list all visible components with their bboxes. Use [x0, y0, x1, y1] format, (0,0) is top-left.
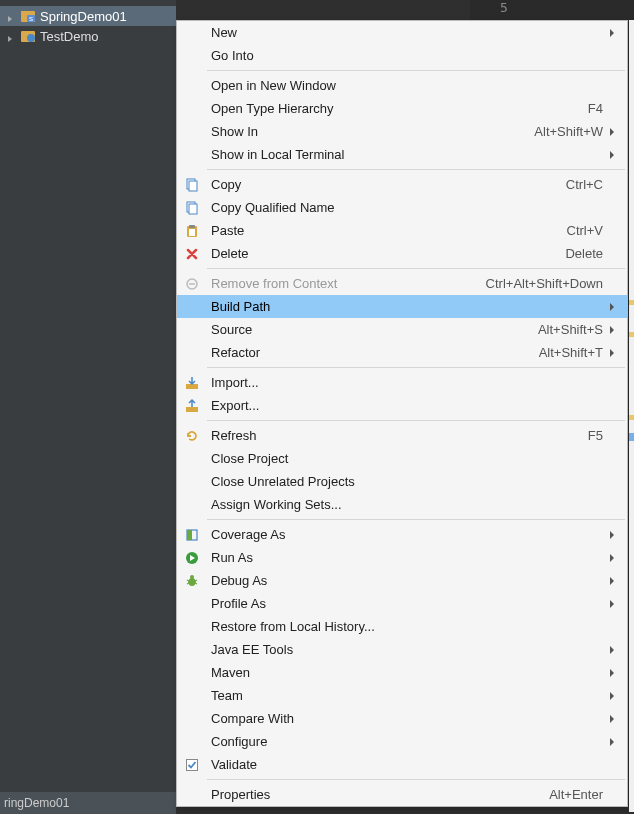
menu-item-export[interactable]: Export... [177, 394, 627, 417]
menu-item-maven[interactable]: Maven [177, 661, 627, 684]
menu-item-label: Refactor [207, 345, 539, 360]
menu-item-go-into[interactable]: Go Into [177, 44, 627, 67]
menu-item-label: Java EE Tools [207, 642, 607, 657]
submenu-arrow-icon [607, 127, 617, 137]
menu-item-label: Remove from Context [207, 276, 486, 291]
svg-rect-12 [189, 229, 195, 236]
menu-item-properties[interactable]: PropertiesAlt+Enter [177, 783, 627, 806]
menu-item-show-in[interactable]: Show InAlt+Shift+W [177, 120, 627, 143]
svg-rect-9 [189, 204, 197, 214]
menu-item-show-in-local-terminal[interactable]: Show in Local Terminal [177, 143, 627, 166]
menu-item-compare-with[interactable]: Compare With [177, 707, 627, 730]
svg-text:S: S [29, 16, 33, 22]
submenu-arrow-icon [607, 645, 617, 655]
menu-item-label: Go Into [207, 48, 607, 63]
menu-item-label: Debug As [207, 573, 607, 588]
submenu-arrow-icon [607, 325, 617, 335]
menu-item-shortcut: Ctrl+Alt+Shift+Down [486, 276, 607, 291]
menu-item-shortcut: Alt+Shift+T [539, 345, 607, 360]
menu-item-shortcut: Ctrl+V [567, 223, 607, 238]
menu-item-configure[interactable]: Configure [177, 730, 627, 753]
menu-item-run-as[interactable]: Run As [177, 546, 627, 569]
submenu-arrow-icon [607, 691, 617, 701]
menu-item-restore-from-local-history[interactable]: Restore from Local History... [177, 615, 627, 638]
menu-item-new[interactable]: New [177, 21, 627, 44]
svg-rect-1 [21, 11, 27, 14]
submenu-arrow-icon [607, 150, 617, 160]
copy-qualified-icon [177, 200, 207, 216]
menu-item-label: Properties [207, 787, 549, 802]
menu-separator [207, 420, 625, 421]
menu-separator [207, 70, 625, 71]
menu-item-open-in-new-window[interactable]: Open in New Window [177, 74, 627, 97]
menu-item-java-ee-tools[interactable]: Java EE Tools [177, 638, 627, 661]
menu-item-label: Compare With [207, 711, 607, 726]
tree-item-springdemo01[interactable]: SSpringDemo01 [0, 6, 176, 26]
menu-item-label: Close Unrelated Projects [207, 474, 607, 489]
menu-item-validate[interactable]: Validate [177, 753, 627, 776]
menu-item-label: Close Project [207, 451, 607, 466]
menu-item-label: Validate [207, 757, 607, 772]
menu-item-label: New [207, 25, 607, 40]
menu-item-label: Import... [207, 375, 607, 390]
menu-item-label: Delete [207, 246, 565, 261]
expand-arrow-icon[interactable] [6, 31, 16, 41]
tree-item-label: SpringDemo01 [40, 9, 127, 24]
menu-item-shortcut: Alt+Enter [549, 787, 607, 802]
status-bar: ringDemo01 [0, 792, 176, 814]
run-icon [177, 550, 207, 566]
menu-separator [207, 169, 625, 170]
refresh-icon [177, 428, 207, 444]
menu-item-close-project[interactable]: Close Project [177, 447, 627, 470]
menu-item-open-type-hierarchy[interactable]: Open Type HierarchyF4 [177, 97, 627, 120]
menu-item-source[interactable]: SourceAlt+Shift+S [177, 318, 627, 341]
menu-item-shortcut: Delete [565, 246, 607, 261]
svg-point-5 [27, 34, 35, 42]
menu-item-refresh[interactable]: RefreshF5 [177, 424, 627, 447]
menu-item-label: Profile As [207, 596, 607, 611]
menu-item-copy[interactable]: CopyCtrl+C [177, 173, 627, 196]
menu-item-delete[interactable]: DeleteDelete [177, 242, 627, 265]
menu-item-debug-as[interactable]: Debug As [177, 569, 627, 592]
menu-item-build-path[interactable]: Build Path [177, 295, 627, 318]
project-web-icon [20, 28, 36, 44]
tree-item-testdemo[interactable]: TestDemo [0, 26, 176, 46]
menu-item-remove-from-context: Remove from ContextCtrl+Alt+Shift+Down [177, 272, 627, 295]
project-spring-icon: S [20, 8, 36, 24]
menu-item-close-unrelated-projects[interactable]: Close Unrelated Projects [177, 470, 627, 493]
menu-item-import[interactable]: Import... [177, 371, 627, 394]
expand-arrow-icon[interactable] [6, 11, 16, 21]
export-icon [177, 398, 207, 414]
menu-item-label: Show In [207, 124, 534, 139]
svg-point-20 [190, 575, 194, 579]
tree-item-label: TestDemo [40, 29, 99, 44]
menu-separator [207, 519, 625, 520]
menu-item-shortcut: Ctrl+C [566, 177, 607, 192]
submenu-arrow-icon [607, 553, 617, 563]
menu-item-label: Restore from Local History... [207, 619, 607, 634]
menu-item-label: Export... [207, 398, 607, 413]
menu-item-paste[interactable]: PasteCtrl+V [177, 219, 627, 242]
menu-item-coverage-as[interactable]: Coverage As [177, 523, 627, 546]
submenu-arrow-icon [607, 737, 617, 747]
menu-item-label: Build Path [207, 299, 607, 314]
menu-item-shortcut: F5 [588, 428, 607, 443]
menu-item-refactor[interactable]: RefactorAlt+Shift+T [177, 341, 627, 364]
menu-item-team[interactable]: Team [177, 684, 627, 707]
menu-item-label: Source [207, 322, 538, 337]
copy-icon [177, 177, 207, 193]
menu-item-label: Open Type Hierarchy [207, 101, 588, 116]
menu-item-label: Copy [207, 177, 566, 192]
menu-item-label: Run As [207, 550, 607, 565]
project-explorer[interactable]: SSpringDemo01TestDemo [0, 0, 176, 814]
remove-context-icon [177, 276, 207, 292]
menu-item-assign-working-sets[interactable]: Assign Working Sets... [177, 493, 627, 516]
svg-rect-15 [186, 407, 198, 412]
menu-item-profile-as[interactable]: Profile As [177, 592, 627, 615]
coverage-icon [177, 527, 207, 543]
menu-item-label: Team [207, 688, 607, 703]
submenu-arrow-icon [607, 348, 617, 358]
menu-item-label: Show in Local Terminal [207, 147, 607, 162]
context-menu[interactable]: NewGo IntoOpen in New WindowOpen Type Hi… [176, 20, 628, 807]
menu-item-copy-qualified-name[interactable]: Copy Qualified Name [177, 196, 627, 219]
